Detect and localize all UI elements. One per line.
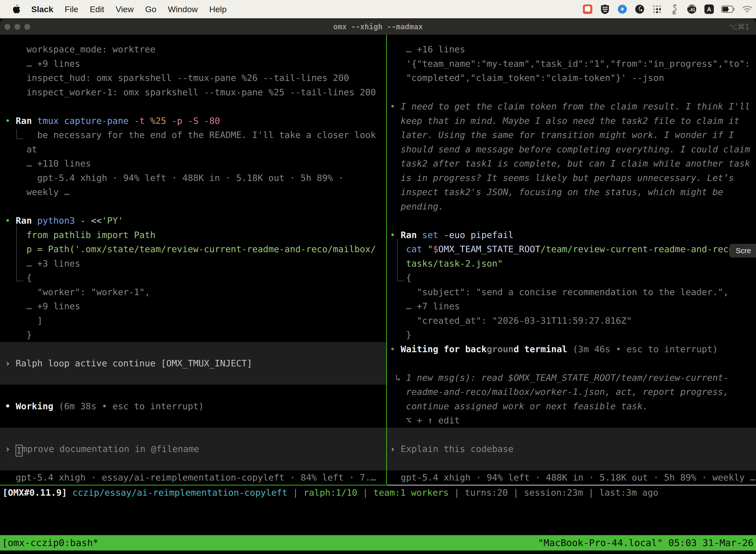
terminal-line: inspect_worker-1: omx sparkshell --tmux-… (0, 85, 386, 100)
terminal-line (0, 428, 386, 442)
menu-item-window[interactable]: Window (168, 4, 198, 14)
terminal-line (387, 356, 756, 371)
battery-icon[interactable] (721, 4, 735, 14)
keyboard-layout-icon[interactable]: A (704, 4, 714, 14)
terminal-line: "completed","claim_token":"claim-token"}… (387, 71, 756, 85)
terminal-line: … +16 lines (387, 42, 756, 57)
screen-tooltip: Scre (730, 244, 756, 258)
terminal-line: gpt-5.4 xhigh · 94% left · 488K in · 5.1… (0, 171, 386, 185)
terminal-line: [OMX#0.11.9] cczip/essay/ai-reimplementa… (0, 486, 756, 500)
terminal-line: … +110 lines (0, 156, 386, 171)
terminal-line (0, 371, 386, 385)
terminal-line: • Ran python3 - <<'PY' (0, 214, 386, 228)
terminal-line: • Ran tmux capture-pane -t %25 -p -S -80 (0, 114, 386, 128)
terminal-line (0, 342, 386, 356)
terminal-line: be necessary for the end of the README. … (0, 128, 386, 142)
terminal-line: • Working (6m 38s • esc to interrupt) (0, 399, 386, 413)
wifi-icon[interactable] (742, 4, 753, 14)
terminal-line: gpt-5.4 xhigh · 94% left · 488K in · 5.1… (387, 470, 756, 485)
terminal-line: ↳ 1 new msg(s): read $OMX_TEAM_STATE_ROO… (387, 371, 756, 385)
window-title-bar: omx --xhigh --madmax ⌥⌘1 (0, 19, 756, 35)
window-title: omx --xhigh --madmax (0, 19, 756, 35)
terminal-line: at (0, 142, 386, 157)
terminal-line (387, 214, 756, 228)
menu-item-slack[interactable]: Slack (31, 4, 53, 14)
terminal-line: keep that in mind. Maybe I also need the… (387, 114, 756, 128)
pane-divider[interactable] (386, 35, 387, 485)
terminal-line: inspect_hud: omx sparkshell --tmux-pane … (0, 71, 386, 85)
menu-item-help[interactable]: Help (209, 4, 227, 14)
terminal-line: from pathlib import Path (0, 228, 386, 242)
terminal-line (0, 199, 386, 214)
menu-item-edit[interactable]: Edit (90, 4, 105, 14)
terminal-line: "subject": "send a concise recommendatio… (387, 285, 756, 299)
terminal-line: • Waiting for background terminal (3m 46… (387, 342, 756, 356)
terminal-line: inspect task2's JSON, focusing on the st… (387, 185, 756, 199)
menu-item-view[interactable]: View (116, 4, 134, 14)
hook-icon[interactable] (669, 4, 680, 14)
terminal-line (0, 385, 386, 399)
terminal-line: } (387, 328, 756, 342)
window-shortcut-hint: ⌥⌘1 (729, 19, 750, 35)
crescent-circle-icon[interactable] (634, 4, 645, 14)
terminal-line: } (0, 328, 386, 342)
terminal-pane-right[interactable]: … +16 lines '{"team_name":"my-team","tas… (387, 35, 756, 485)
terminal-line: ] (0, 314, 386, 328)
status-icons: ..61 A (582, 0, 753, 18)
ralph-loop-row: › Ralph loop active continue [OMX_TMUX_I… (0, 356, 386, 371)
terminal-line: { (387, 271, 756, 285)
terminal-line (0, 456, 386, 470)
menu-items: SlackFileEditViewGoWindowHelp (21, 4, 227, 14)
terminal-line: pending. (387, 199, 756, 214)
terminal-line: { (0, 271, 386, 285)
output-connector (397, 239, 404, 281)
badge-61-icon[interactable]: ..61 (687, 4, 697, 14)
terminal-line: task2 after task1 is complete, but can I… (387, 156, 756, 171)
terminal-line: "worker": "worker-1", (0, 285, 386, 299)
terminal-line: … +7 lines (387, 299, 756, 314)
terminal-line: "created_at": "2026-03-31T11:59:27.816Z" (387, 314, 756, 328)
terminal-line (0, 99, 386, 114)
grid-shield-icon[interactable] (600, 4, 610, 14)
apple-icon[interactable] (12, 4, 21, 14)
terminal-line: later. Using the same for transition mig… (387, 128, 756, 142)
terminal-line: is in progress? It seems likely but perh… (387, 171, 756, 185)
terminal-line (387, 85, 756, 100)
svg-text:A: A (707, 6, 711, 13)
terminal-line: workspace_mode: worktree (0, 42, 386, 57)
terminal-line: should send a message before completing … (387, 142, 756, 157)
dots-grid-icon[interactable] (652, 4, 662, 14)
terminal-line: cat "$OMX_TEAM_STATE_ROOT/team/review-cu… (387, 242, 756, 257)
terminal-line (387, 428, 756, 442)
terminal-line: p = Path('.omx/state/team/review-current… (0, 242, 386, 257)
terminal-line: weekly … (0, 185, 386, 199)
terminal-line: tasks/task-2.json" (387, 257, 756, 271)
terminal-line: • I need to get the claim token from the… (387, 99, 756, 114)
tmux-host-clock: "MacBook-Pro-44.local" 05:03 31-Mar-26 (538, 535, 756, 551)
output-connector (16, 225, 23, 281)
terminal-line: … +9 lines (0, 299, 386, 314)
terminal-line (387, 456, 756, 470)
bolt-circle-icon[interactable] (617, 4, 628, 14)
terminal-line: continue assigned work or next feasible … (387, 399, 756, 413)
terminal-line: … +3 lines (0, 257, 386, 271)
terminal-line: • Ran set -euo pipefail (387, 228, 756, 242)
terminal-line: gpt-5.4 xhigh · essay/ai-reimplementatio… (0, 470, 386, 485)
omx-hud: [OMX#0.11.9] cczip/essay/ai-reimplementa… (0, 486, 756, 535)
prompt-input-right[interactable]: › Explain this codebase (387, 442, 756, 456)
terminal-line (0, 413, 386, 428)
prompt-input-left[interactable]: › Improve documentation in @filename (0, 442, 386, 456)
menu-item-file[interactable]: File (65, 4, 78, 14)
terminal-line: readme-and-reco/mailbox/worker-1.json, a… (387, 385, 756, 399)
svg-text:..61: ..61 (688, 7, 695, 12)
screen: SlackFileEditViewGoWindowHelp ..61 (0, 0, 756, 554)
terminal-pane-left[interactable]: workspace_mode: worktree … +9 lines insp… (0, 35, 386, 485)
output-connector (16, 129, 23, 139)
tmux-status-bar: [omx-cczip0:bash* "MacBook-Pro-44.local"… (0, 535, 756, 551)
menu-item-go[interactable]: Go (145, 4, 156, 14)
chat-app-icon[interactable] (582, 4, 593, 14)
terminal-line: ⌥ + ↑ edit (387, 413, 756, 428)
terminal-line: … +9 lines (0, 57, 386, 71)
tmux-session-label: [omx-cczip0:bash* (0, 535, 99, 551)
terminal-line: '{"team_name":"my-team","task_id":"1","f… (387, 57, 756, 71)
